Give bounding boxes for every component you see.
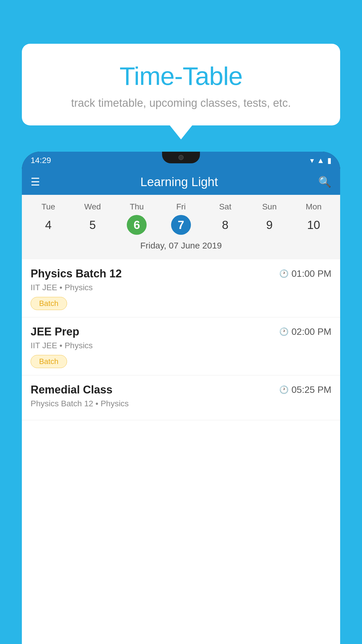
status-time: 14:29 — [31, 156, 51, 165]
day-number: 6 — [127, 215, 147, 235]
day-number: 5 — [83, 215, 103, 235]
selected-date: Friday, 07 June 2019 — [22, 236, 340, 253]
signal-icon: ▲ — [317, 156, 324, 165]
clock-icon: 🕐 — [279, 327, 289, 336]
schedule-item-header: Physics Batch 12🕐 01:00 PM — [31, 267, 331, 280]
day-label: Wed — [84, 202, 101, 211]
status-bar: 14:29 ▾ ▲ ▮ — [22, 152, 340, 169]
schedule-item-header: Remedial Class🕐 05:25 PM — [31, 384, 331, 396]
schedule-time: 🕐 02:00 PM — [279, 326, 331, 337]
app-title: Learning Light — [40, 175, 318, 189]
phone-body: 14:29 ▾ ▲ ▮ ☰ Learning Light 🔍 Tue — [22, 152, 340, 644]
app-header: ☰ Learning Light 🔍 — [22, 169, 340, 195]
day-label: Sat — [219, 202, 231, 211]
day-col[interactable]: Tue4 — [34, 202, 63, 235]
schedule-item[interactable]: Remedial Class🕐 05:25 PMPhysics Batch 12… — [22, 375, 340, 420]
schedule-time: 🕐 05:25 PM — [279, 384, 331, 395]
day-label: Mon — [306, 202, 321, 211]
screen-content: ☰ Learning Light 🔍 Tue4Wed5Thu6Fri7Sat8S… — [22, 169, 340, 644]
schedule-list: Physics Batch 12🕐 01:00 PMIIT JEE • Phys… — [22, 259, 340, 644]
schedule-name: Physics Batch 12 — [31, 267, 122, 280]
schedule-subtitle: Physics Batch 12 • Physics — [31, 399, 331, 408]
day-col[interactable]: Sun9 — [255, 202, 284, 235]
clock-icon: 🕐 — [279, 385, 289, 394]
day-col[interactable]: Sat8 — [211, 202, 240, 235]
day-label: Fri — [176, 202, 186, 211]
menu-icon[interactable]: ☰ — [31, 177, 40, 187]
camera — [178, 155, 184, 160]
day-number: 8 — [215, 215, 235, 235]
bubble-title: Time-Table — [36, 61, 326, 91]
day-label: Thu — [130, 202, 144, 211]
day-number: 4 — [38, 215, 58, 235]
schedule-item-header: JEE Prep🕐 02:00 PM — [31, 326, 331, 338]
speech-bubble: Time-Table track timetable, upcoming cla… — [22, 44, 340, 125]
search-icon[interactable]: 🔍 — [318, 176, 331, 188]
day-col[interactable]: Wed5 — [78, 202, 107, 235]
schedule-subtitle: IIT JEE • Physics — [31, 283, 331, 292]
batch-badge: Batch — [31, 297, 67, 310]
schedule-name: JEE Prep — [31, 326, 79, 338]
bubble-subtitle: track timetable, upcoming classes, tests… — [36, 97, 326, 109]
day-number: 7 — [171, 215, 191, 235]
days-row: Tue4Wed5Thu6Fri7Sat8Sun9Mon10 — [22, 201, 340, 236]
schedule-subtitle: IIT JEE • Physics — [31, 341, 331, 350]
clock-icon: 🕐 — [279, 269, 289, 278]
day-col[interactable]: Fri7 — [166, 202, 196, 235]
schedule-item[interactable]: Physics Batch 12🕐 01:00 PMIIT JEE • Phys… — [22, 259, 340, 317]
batch-badge: Batch — [31, 355, 67, 368]
phone-container: 14:29 ▾ ▲ ▮ ☰ Learning Light 🔍 Tue — [22, 152, 340, 644]
day-number: 10 — [304, 215, 324, 235]
speech-bubble-container: Time-Table track timetable, upcoming cla… — [22, 44, 340, 125]
status-icons: ▾ ▲ ▮ — [310, 156, 331, 165]
day-col[interactable]: Mon10 — [299, 202, 328, 235]
day-number: 9 — [259, 215, 279, 235]
calendar: Tue4Wed5Thu6Fri7Sat8Sun9Mon10 Friday, 07… — [22, 195, 340, 259]
day-label: Sun — [262, 202, 277, 211]
battery-icon: ▮ — [327, 156, 331, 165]
wifi-icon: ▾ — [310, 156, 314, 165]
schedule-time: 🕐 01:00 PM — [279, 268, 331, 279]
phone-notch — [162, 152, 200, 163]
day-col[interactable]: Thu6 — [122, 202, 151, 235]
schedule-name: Remedial Class — [31, 384, 113, 396]
schedule-item[interactable]: JEE Prep🕐 02:00 PMIIT JEE • PhysicsBatch — [22, 317, 340, 375]
day-label: Tue — [41, 202, 55, 211]
